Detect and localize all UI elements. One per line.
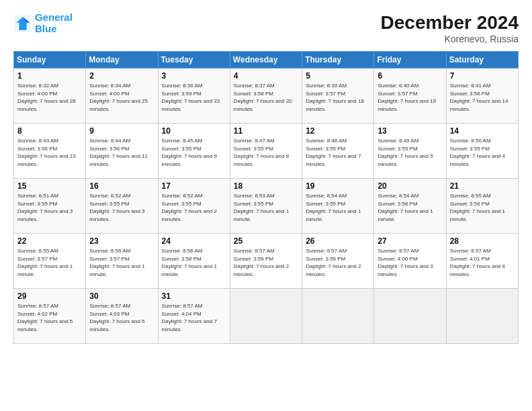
calendar-cell: 10 Sunrise: 8:45 AM Sunset: 3:55 PM Dayl…: [158, 124, 230, 179]
day-number: 15: [17, 181, 82, 191]
calendar-cell: 22 Sunrise: 8:55 AM Sunset: 3:57 PM Dayl…: [14, 234, 86, 289]
calendar-week-2: 8 Sunrise: 8:43 AM Sunset: 3:56 PM Dayli…: [14, 124, 519, 179]
calendar-cell: 29 Sunrise: 8:57 AM Sunset: 4:02 PM Dayl…: [14, 289, 86, 344]
day-info: Sunrise: 8:57 AM Sunset: 4:01 PM Dayligh…: [450, 247, 515, 278]
day-info: Sunrise: 8:55 AM Sunset: 3:56 PM Dayligh…: [450, 192, 515, 223]
col-wednesday: Wednesday: [230, 52, 302, 68]
calendar-cell: 2 Sunrise: 8:34 AM Sunset: 4:00 PM Dayli…: [86, 68, 158, 124]
day-info: Sunrise: 8:57 AM Sunset: 3:59 PM Dayligh…: [306, 247, 370, 278]
title-block: December 2024 Korenevo, Russia: [381, 12, 519, 44]
day-info: Sunrise: 8:54 AM Sunset: 3:55 PM Dayligh…: [306, 192, 370, 223]
calendar-subtitle: Korenevo, Russia: [381, 34, 519, 44]
calendar-cell: 16 Sunrise: 8:52 AM Sunset: 3:55 PM Dayl…: [86, 179, 158, 234]
day-info: Sunrise: 8:50 AM Sunset: 3:55 PM Dayligh…: [450, 137, 515, 168]
day-number: 14: [450, 126, 515, 136]
day-info: Sunrise: 8:36 AM Sunset: 3:59 PM Dayligh…: [162, 82, 226, 113]
day-number: 27: [378, 236, 442, 246]
day-info: Sunrise: 8:41 AM Sunset: 3:56 PM Dayligh…: [450, 82, 515, 113]
day-info: Sunrise: 8:32 AM Sunset: 4:00 PM Dayligh…: [17, 82, 82, 113]
calendar-cell: 23 Sunrise: 8:56 AM Sunset: 3:57 PM Dayl…: [86, 234, 158, 289]
day-number: 28: [450, 236, 515, 246]
day-number: 3: [162, 71, 226, 81]
day-number: 22: [17, 236, 82, 246]
col-thursday: Thursday: [302, 52, 374, 68]
calendar-cell: 15 Sunrise: 8:51 AM Sunset: 3:55 PM Dayl…: [14, 179, 86, 234]
day-info: Sunrise: 8:48 AM Sunset: 3:55 PM Dayligh…: [306, 137, 370, 168]
calendar-cell: 4 Sunrise: 8:37 AM Sunset: 3:58 PM Dayli…: [230, 68, 302, 124]
day-number: 9: [89, 126, 154, 136]
calendar-cell: 28 Sunrise: 8:57 AM Sunset: 4:01 PM Dayl…: [446, 234, 518, 289]
day-info: Sunrise: 8:57 AM Sunset: 4:03 PM Dayligh…: [89, 302, 154, 333]
day-info: Sunrise: 8:53 AM Sunset: 3:55 PM Dayligh…: [234, 192, 298, 223]
calendar-cell: 20 Sunrise: 8:54 AM Sunset: 3:56 PM Dayl…: [374, 179, 446, 234]
calendar-cell: 6 Sunrise: 8:40 AM Sunset: 3:57 PM Dayli…: [374, 68, 446, 124]
calendar-cell: 14 Sunrise: 8:50 AM Sunset: 3:55 PM Dayl…: [446, 124, 518, 179]
day-info: Sunrise: 8:39 AM Sunset: 3:57 PM Dayligh…: [306, 82, 370, 113]
day-info: Sunrise: 8:49 AM Sunset: 3:55 PM Dayligh…: [378, 137, 442, 168]
day-number: 12: [306, 126, 370, 136]
day-info: Sunrise: 8:56 AM Sunset: 3:58 PM Dayligh…: [162, 247, 226, 278]
calendar-header-row: Sunday Monday Tuesday Wednesday Thursday…: [14, 52, 519, 68]
day-info: Sunrise: 8:57 AM Sunset: 4:00 PM Dayligh…: [378, 247, 442, 278]
day-number: 25: [234, 236, 298, 246]
day-info: Sunrise: 8:34 AM Sunset: 4:00 PM Dayligh…: [89, 82, 154, 113]
calendar-cell: 12 Sunrise: 8:48 AM Sunset: 3:55 PM Dayl…: [302, 124, 374, 179]
day-number: 4: [234, 71, 298, 81]
calendar-cell: 7 Sunrise: 8:41 AM Sunset: 3:56 PM Dayli…: [446, 68, 518, 124]
day-number: 26: [306, 236, 370, 246]
col-saturday: Saturday: [446, 52, 518, 68]
day-info: Sunrise: 8:56 AM Sunset: 3:57 PM Dayligh…: [89, 247, 154, 278]
logo-line1: General: [35, 11, 73, 23]
calendar-cell: 21 Sunrise: 8:55 AM Sunset: 3:56 PM Dayl…: [446, 179, 518, 234]
calendar-week-5: 29 Sunrise: 8:57 AM Sunset: 4:02 PM Dayl…: [14, 289, 519, 344]
calendar-cell: 24 Sunrise: 8:56 AM Sunset: 3:58 PM Dayl…: [158, 234, 230, 289]
day-info: Sunrise: 8:57 AM Sunset: 3:59 PM Dayligh…: [234, 247, 298, 278]
day-info: Sunrise: 8:45 AM Sunset: 3:55 PM Dayligh…: [162, 137, 226, 168]
day-number: 24: [162, 236, 226, 246]
day-info: Sunrise: 8:54 AM Sunset: 3:56 PM Dayligh…: [378, 192, 442, 223]
calendar-cell: 13 Sunrise: 8:49 AM Sunset: 3:55 PM Dayl…: [374, 124, 446, 179]
calendar-cell: 3 Sunrise: 8:36 AM Sunset: 3:59 PM Dayli…: [158, 68, 230, 124]
calendar-week-1: 1 Sunrise: 8:32 AM Sunset: 4:00 PM Dayli…: [14, 68, 519, 124]
col-monday: Monday: [86, 52, 158, 68]
day-number: 31: [162, 291, 226, 301]
calendar-cell: 9 Sunrise: 8:44 AM Sunset: 3:56 PM Dayli…: [86, 124, 158, 179]
day-number: 21: [450, 181, 515, 191]
day-number: 30: [89, 291, 154, 301]
day-number: 8: [17, 126, 82, 136]
day-number: 16: [89, 181, 154, 191]
day-number: 1: [17, 71, 82, 81]
day-number: 10: [162, 126, 226, 136]
day-info: Sunrise: 8:40 AM Sunset: 3:57 PM Dayligh…: [378, 82, 442, 113]
calendar-cell: 30 Sunrise: 8:57 AM Sunset: 4:03 PM Dayl…: [86, 289, 158, 344]
calendar-cell: 26 Sunrise: 8:57 AM Sunset: 3:59 PM Dayl…: [302, 234, 374, 289]
calendar-page: General Blue December 2024 Korenevo, Rus…: [0, 0, 532, 411]
day-number: 7: [450, 71, 515, 81]
day-number: 17: [162, 181, 226, 191]
day-info: Sunrise: 8:44 AM Sunset: 3:56 PM Dayligh…: [89, 137, 154, 168]
calendar-cell: [302, 289, 374, 344]
calendar-cell: 1 Sunrise: 8:32 AM Sunset: 4:00 PM Dayli…: [14, 68, 86, 124]
calendar-cell: 25 Sunrise: 8:57 AM Sunset: 3:59 PM Dayl…: [230, 234, 302, 289]
logo: General Blue: [13, 12, 73, 34]
day-number: 20: [378, 181, 442, 191]
calendar-cell: 8 Sunrise: 8:43 AM Sunset: 3:56 PM Dayli…: [14, 124, 86, 179]
logo-line2: Blue: [35, 23, 57, 34]
day-info: Sunrise: 8:55 AM Sunset: 3:57 PM Dayligh…: [17, 247, 82, 278]
day-info: Sunrise: 8:51 AM Sunset: 3:55 PM Dayligh…: [17, 192, 82, 223]
day-number: 19: [306, 181, 370, 191]
calendar-cell: 5 Sunrise: 8:39 AM Sunset: 3:57 PM Dayli…: [302, 68, 374, 124]
calendar-cell: [446, 289, 518, 344]
day-number: 11: [234, 126, 298, 136]
day-info: Sunrise: 8:47 AM Sunset: 3:55 PM Dayligh…: [234, 137, 298, 168]
day-number: 6: [378, 71, 442, 81]
day-number: 13: [378, 126, 442, 136]
day-number: 29: [17, 291, 82, 301]
page-header: General Blue December 2024 Korenevo, Rus…: [13, 12, 519, 44]
day-info: Sunrise: 8:52 AM Sunset: 3:55 PM Dayligh…: [162, 192, 226, 223]
day-number: 23: [89, 236, 154, 246]
calendar-cell: [230, 289, 302, 344]
day-info: Sunrise: 8:57 AM Sunset: 4:02 PM Dayligh…: [17, 302, 82, 333]
day-number: 2: [89, 71, 154, 81]
calendar-cell: 27 Sunrise: 8:57 AM Sunset: 4:00 PM Dayl…: [374, 234, 446, 289]
